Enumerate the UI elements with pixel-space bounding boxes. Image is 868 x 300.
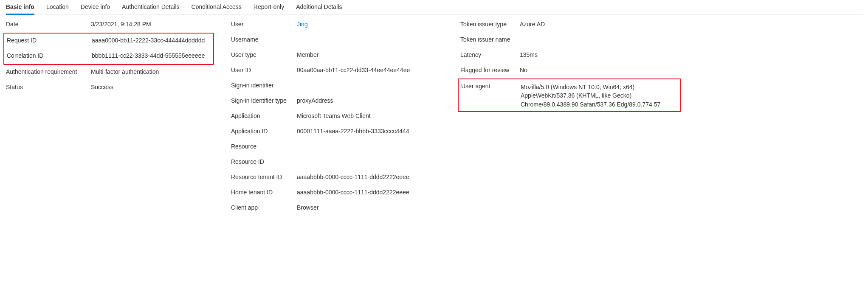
label-signin-identifier-type: Sign-in identifier type xyxy=(231,97,297,104)
tab-device-info[interactable]: Device info xyxy=(81,0,110,14)
label-auth-requirement: Authentication requirement xyxy=(6,68,91,75)
field-date: Date 3/23/2021, 9:14:28 PM xyxy=(6,17,214,33)
value-status: Success xyxy=(91,84,214,90)
tab-conditional-access[interactable]: Conditional Access xyxy=(192,0,242,14)
field-latency: Latency 135ms xyxy=(460,48,681,63)
value-date: 3/23/2021, 9:14:28 PM xyxy=(91,21,214,28)
column-right: Token issuer type Azure AD Token issuer … xyxy=(460,17,681,112)
label-flagged-for-review: Flagged for review xyxy=(460,67,520,73)
field-client-app: Client app Browser xyxy=(231,201,443,216)
label-token-issuer-name: Token issuer name xyxy=(460,36,520,43)
highlight-ids-box: Request ID aaaa0000-bb11-2222-33cc-44444… xyxy=(3,33,214,65)
field-resource: Resource xyxy=(231,140,443,155)
value-resource-tenant-id: aaaabbbb-0000-cccc-1111-dddd2222eeee xyxy=(297,174,443,180)
field-user-type: User type Member xyxy=(231,48,443,63)
field-auth-requirement: Authentication requirement Multi-factor … xyxy=(6,65,214,80)
label-resource-id: Resource ID xyxy=(231,158,297,165)
field-application: Application Microsoft Teams Web Client xyxy=(231,109,443,124)
value-client-app: Browser xyxy=(297,204,443,211)
value-application: Microsoft Teams Web Client xyxy=(297,112,443,119)
label-correlation-id: Correlation ID xyxy=(7,52,92,59)
value-home-tenant-id: aaaabbbb-0000-cccc-1111-dddd2222eeee xyxy=(297,189,443,196)
label-user-agent: User agent xyxy=(461,83,521,90)
label-user-type: User type xyxy=(231,51,297,58)
value-latency: 135ms xyxy=(520,51,681,58)
label-token-issuer-type: Token issuer type xyxy=(460,21,520,28)
tab-additional-details[interactable]: Additional Details xyxy=(296,0,342,14)
label-status: Status xyxy=(6,84,91,90)
value-application-id: 00001111-aaaa-2222-bbbb-3333cccc4444 xyxy=(297,128,443,135)
value-user-id: 00aa00aa-bb11-cc22-dd33-44ee44ee44ee xyxy=(297,67,443,73)
column-left: Date 3/23/2021, 9:14:28 PM Request ID aa… xyxy=(6,17,214,95)
field-flagged-for-review: Flagged for review No xyxy=(460,63,681,79)
label-date: Date xyxy=(6,21,91,28)
field-user: User Jing xyxy=(231,17,443,33)
field-signin-identifier: Sign-in identifier xyxy=(231,79,443,94)
tab-location[interactable]: Location xyxy=(46,0,69,14)
field-username: Username xyxy=(231,33,443,48)
label-resource-tenant-id: Resource tenant ID xyxy=(231,174,297,180)
field-request-id: Request ID aaaa0000-bb11-2222-33cc-44444… xyxy=(7,34,213,49)
label-home-tenant-id: Home tenant ID xyxy=(231,189,297,196)
label-client-app: Client app xyxy=(231,204,297,211)
value-user-agent: Mozilla/5.0 (Windows NT 10.0; Win64; x64… xyxy=(521,83,680,109)
label-application: Application xyxy=(231,112,297,119)
field-resource-tenant-id: Resource tenant ID aaaabbbb-0000-cccc-11… xyxy=(231,170,443,185)
label-request-id: Request ID xyxy=(7,37,92,44)
label-username: Username xyxy=(231,36,297,43)
value-flagged-for-review: No xyxy=(520,67,681,73)
label-signin-identifier: Sign-in identifier xyxy=(231,82,297,89)
value-signin-identifier-type: proxyAddress xyxy=(297,97,443,104)
highlight-user-agent-box: User agent Mozilla/5.0 (Windows NT 10.0;… xyxy=(458,79,681,112)
label-latency: Latency xyxy=(460,51,520,58)
field-home-tenant-id: Home tenant ID aaaabbbb-0000-cccc-1111-d… xyxy=(231,185,443,201)
value-auth-requirement: Multi-factor authentication xyxy=(91,68,214,75)
field-token-issuer-type: Token issuer type Azure AD xyxy=(460,17,681,33)
label-resource: Resource xyxy=(231,143,297,150)
field-user-id: User ID 00aa00aa-bb11-cc22-dd33-44ee44ee… xyxy=(231,63,443,79)
label-user-id: User ID xyxy=(231,67,297,73)
field-status: Status Success xyxy=(6,80,214,95)
label-application-id: Application ID xyxy=(231,128,297,135)
field-resource-id: Resource ID xyxy=(231,155,443,170)
tab-authentication-details[interactable]: Authentication Details xyxy=(122,0,179,14)
tab-basic-info[interactable]: Basic info xyxy=(6,0,34,14)
value-user-type: Member xyxy=(297,51,443,58)
label-user: User xyxy=(231,21,297,28)
value-request-id: aaaa0000-bb11-2222-33cc-444444dddddd xyxy=(92,37,213,44)
value-token-issuer-type: Azure AD xyxy=(520,21,681,28)
tab-report-only[interactable]: Report-only xyxy=(254,0,284,14)
field-correlation-id: Correlation ID bbbb1111-cc22-3333-44dd-5… xyxy=(7,49,213,64)
field-signin-identifier-type: Sign-in identifier type proxyAddress xyxy=(231,94,443,109)
value-correlation-id: bbbb1111-cc22-3333-44dd-555555eeeeee xyxy=(92,52,213,59)
field-application-id: Application ID 00001111-aaaa-2222-bbbb-3… xyxy=(231,124,443,140)
field-token-issuer-name: Token issuer name xyxy=(460,33,681,48)
column-middle: User Jing Username User type Member User… xyxy=(231,17,443,216)
details-tabs: Basic info Location Device info Authenti… xyxy=(6,0,862,15)
link-user[interactable]: Jing xyxy=(297,21,443,28)
